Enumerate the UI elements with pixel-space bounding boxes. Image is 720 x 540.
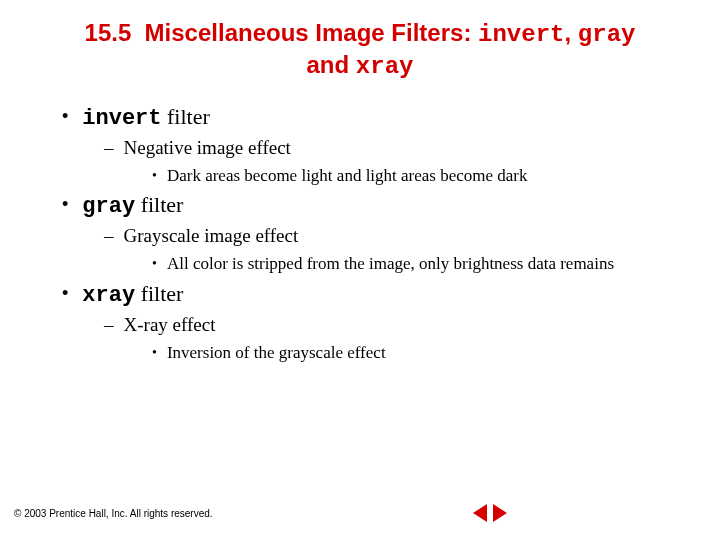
bullet-icon: •	[62, 284, 68, 302]
dash-icon: –	[104, 225, 114, 246]
detail-text: Dark areas become light and light areas …	[167, 165, 528, 186]
title-code-gray: gray	[578, 21, 636, 48]
item-label: invert filter	[82, 104, 209, 131]
filter-word: filter	[167, 104, 210, 129]
dot-icon: •	[152, 345, 157, 361]
filter-word: filter	[141, 281, 184, 306]
prev-slide-button[interactable]	[473, 504, 487, 522]
bullet-list: • invert filter –Negative image effect •…	[28, 104, 692, 363]
detail-item: • Inversion of the grayscale effect	[152, 342, 692, 363]
sub-text: Grayscale image effect	[124, 225, 299, 246]
nav-controls	[473, 504, 507, 522]
detail-item: • All color is stripped from the image, …	[152, 253, 692, 274]
sub-item: –Negative image effect • Dark areas beco…	[104, 137, 692, 186]
detail-text: Inversion of the grayscale effect	[167, 342, 386, 363]
copyright-text: © 2003 Prentice Hall, Inc. All rights re…	[14, 508, 213, 519]
bullet-icon: •	[62, 107, 68, 125]
filter-word: filter	[141, 192, 184, 217]
filter-code: xray	[82, 283, 135, 308]
sub-item: –X-ray effect • Inversion of the graysca…	[104, 314, 692, 363]
title-comma: ,	[564, 19, 571, 46]
item-label: xray filter	[82, 281, 183, 308]
slide-title: 15.5 Miscellaneous Image Filters: invert…	[68, 18, 652, 82]
item-label: gray filter	[82, 192, 183, 219]
title-conj: and	[307, 51, 350, 78]
list-item: • gray filter –Grayscale image effect • …	[62, 192, 692, 274]
detail-item: • Dark areas become light and light area…	[152, 165, 692, 186]
sub-text: X-ray effect	[124, 314, 216, 335]
title-text-1: Miscellaneous Image Filters:	[145, 19, 472, 46]
filter-code: gray	[82, 194, 135, 219]
title-code-invert: invert	[478, 21, 564, 48]
sub-text: Negative image effect	[124, 137, 291, 158]
next-slide-button[interactable]	[493, 504, 507, 522]
detail-text: All color is stripped from the image, on…	[167, 253, 614, 274]
dot-icon: •	[152, 256, 157, 272]
bullet-icon: •	[62, 195, 68, 213]
list-item: • invert filter –Negative image effect •…	[62, 104, 692, 186]
list-item: • xray filter –X-ray effect • Inversion …	[62, 281, 692, 363]
slide-footer: © 2003 Prentice Hall, Inc. All rights re…	[14, 504, 507, 522]
dash-icon: –	[104, 314, 114, 335]
section-number: 15.5	[85, 19, 132, 46]
sub-item: –Grayscale image effect • All color is s…	[104, 225, 692, 274]
dot-icon: •	[152, 168, 157, 184]
dash-icon: –	[104, 137, 114, 158]
title-code-xray: xray	[356, 53, 414, 80]
filter-code: invert	[82, 106, 161, 131]
